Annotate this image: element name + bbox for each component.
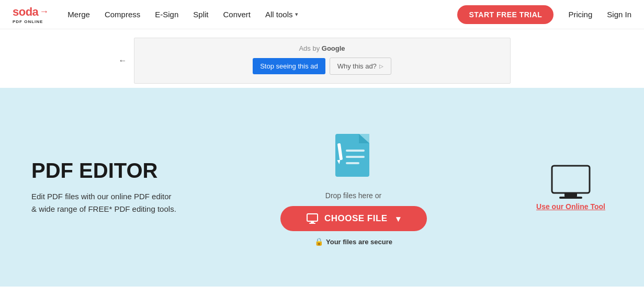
svg-rect-5 [346,150,365,152]
large-monitor-icon [550,164,592,202]
nav-split[interactable]: Split [193,10,208,19]
play-icon: ▷ [379,63,383,69]
svg-rect-11 [552,166,590,193]
ad-buttons: Stop seeing this ad Why this ad? ▷ [253,58,391,75]
main-description: Edit PDF files with our online PDF edito… [31,190,178,215]
main-center: Drop files here or CHOOSE FILE ▾ 🔒 Your … [199,129,508,246]
svg-rect-10 [309,223,315,224]
svg-rect-12 [564,193,577,197]
all-tools-chevron-icon: ▾ [295,11,298,18]
ad-section: ← Ads by Google Stop seeing this ad Why … [0,29,644,88]
ad-back-arrow-icon[interactable]: ← [119,56,127,65]
page-title: PDF EDITOR [31,159,178,182]
svg-rect-7 [346,162,359,164]
monitor-icon [307,213,318,224]
nav-links: Merge Compress E-Sign Split Convert All … [67,10,298,19]
svg-rect-9 [311,221,314,223]
drop-files-text: Drop files here or [325,191,381,200]
google-label: Google [322,44,345,52]
secure-label: Your files are secure [326,238,392,246]
svg-rect-13 [559,197,582,199]
svg-rect-8 [307,214,318,221]
nav-convert[interactable]: Convert [223,10,251,19]
choose-file-label: CHOOSE FILE [324,213,388,224]
ad-container: ← Ads by Google Stop seeing this ad Why … [134,38,511,84]
pdf-icon [330,129,377,183]
nav-signin[interactable]: Sign In [607,10,631,19]
logo[interactable]: soda → PDF ONLINE [13,5,49,24]
nav-all-tools[interactable]: All tools ▾ [265,10,298,19]
start-trial-button[interactable]: START FREE TRIAL [457,5,553,24]
logo-arrow: → [39,6,49,17]
choose-file-button[interactable]: CHOOSE FILE ▾ [280,206,427,231]
why-ad-label: Why this ad? [337,62,377,70]
svg-rect-6 [346,156,365,158]
main-left: PDF EDITOR Edit PDF files with our onlin… [31,159,199,215]
logo-name: soda [13,5,38,19]
all-tools-label: All tools [265,10,293,19]
online-tool-link[interactable]: Use our Online Tool [536,202,605,211]
why-this-ad-button[interactable]: Why this ad? ▷ [330,58,391,75]
secure-files-text: 🔒 Your files are secure [314,237,392,246]
navbar: soda → PDF ONLINE Merge Compress E-Sign … [0,0,644,29]
ads-by-google-label: Ads by Google [299,44,345,52]
logo-sub: PDF ONLINE [13,20,49,24]
nav-merge[interactable]: Merge [67,10,90,19]
choose-file-chevron-icon: ▾ [396,214,401,224]
nav-compress[interactable]: Compress [105,10,140,19]
stop-seeing-ad-button[interactable]: Stop seeing this ad [253,58,325,74]
main-right: Use our Online Tool [508,164,613,211]
lock-icon: 🔒 [314,237,323,246]
nav-esign[interactable]: E-Sign [155,10,178,19]
nav-pricing[interactable]: Pricing [568,10,592,19]
main-section: PDF EDITOR Edit PDF files with our onlin… [0,88,644,287]
